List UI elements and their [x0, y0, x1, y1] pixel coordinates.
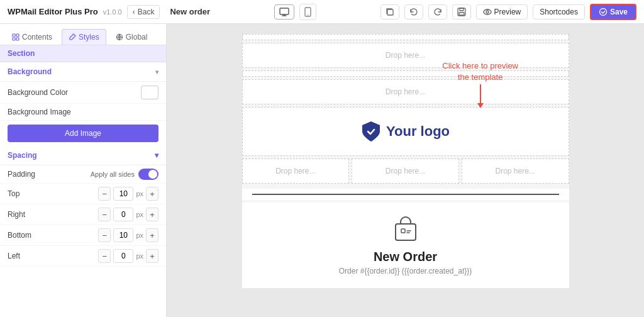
bottom-spacing-row: Bottom − px +: [0, 225, 166, 246]
desktop-view-button[interactable]: [274, 4, 294, 19]
svg-point-2: [307, 14, 308, 16]
padding-label: Padding: [8, 170, 39, 179]
svg-rect-13: [16, 38, 19, 40]
top-unit: px: [136, 190, 143, 197]
right-decrement-button[interactable]: −: [98, 208, 111, 221]
desktop-icon: [279, 8, 289, 16]
eye-icon: [483, 9, 492, 15]
save-icon: [599, 8, 608, 16]
drop-row-3[interactable]: [242, 70, 569, 77]
background-color-swatch[interactable]: [141, 86, 158, 99]
copy-icon: [386, 8, 394, 16]
logo-row[interactable]: Your logo: [242, 107, 569, 156]
background-color-row: Background Color: [0, 82, 166, 104]
app-version: v1.0.0: [103, 8, 122, 16]
drop-row-4[interactable]: Drop here...: [242, 79, 569, 104]
shortcodes-button[interactable]: Shortcodes: [533, 4, 585, 19]
top-bar-right: Preview Shortcodes Save: [380, 4, 636, 20]
svg-point-9: [599, 8, 606, 15]
drop-label-col-1: Drop here...: [275, 167, 315, 175]
redo-button[interactable]: [428, 4, 447, 19]
grid-icon: [12, 33, 19, 41]
save-copy-button[interactable]: [452, 4, 471, 19]
canvas-area: Click here to previewthe template Drop h…: [167, 24, 644, 317]
email-canvas: Drop here... Drop here... Your logo Drop: [242, 34, 569, 288]
spacing-group-header[interactable]: Spacing ▾: [0, 146, 166, 165]
tab-styles[interactable]: Styles: [62, 29, 106, 45]
top-decrement-button[interactable]: −: [98, 187, 111, 201]
background-color-label: Background Color: [8, 88, 68, 97]
svg-point-8: [486, 11, 489, 13]
logo-shield-icon: [361, 120, 381, 143]
drop-col-2[interactable]: Drop here...: [352, 158, 459, 184]
bottom-label: Bottom: [8, 231, 39, 240]
background-group: Background ▾ Background Color Background…: [0, 62, 166, 146]
drop-col-1[interactable]: Drop here...: [242, 158, 350, 184]
top-bar-center: [274, 4, 316, 20]
tab-global-label: Global: [126, 33, 148, 42]
tab-styles-label: Styles: [79, 33, 99, 42]
apply-all-label: Apply all sides: [91, 170, 135, 178]
undo-button[interactable]: [404, 4, 423, 19]
drop-row-1[interactable]: [242, 34, 569, 40]
order-title: New Order: [255, 250, 557, 264]
bottom-spacing-controls: − px +: [98, 228, 158, 242]
background-group-header[interactable]: Background ▾: [0, 62, 166, 82]
right-increment-button[interactable]: +: [146, 208, 158, 221]
tabs: Contents Styles Global: [0, 24, 166, 45]
top-label: Top: [8, 189, 39, 198]
tab-global[interactable]: Global: [109, 29, 155, 45]
top-value-input[interactable]: [113, 187, 133, 201]
apply-all-toggle[interactable]: [138, 169, 158, 180]
preview-button[interactable]: Preview: [476, 4, 528, 19]
drop-col-3[interactable]: Drop here...: [462, 158, 569, 184]
tab-contents-label: Contents: [22, 33, 52, 42]
mobile-view-button[interactable]: [299, 4, 316, 20]
left-increment-button[interactable]: +: [146, 249, 158, 263]
background-label: Background: [8, 67, 52, 76]
background-image-row: Background Image: [0, 104, 166, 121]
divider-row: [242, 189, 569, 200]
svg-rect-15: [396, 224, 416, 240]
right-value-input[interactable]: [113, 208, 133, 221]
background-image-label: Background Image: [8, 108, 71, 116]
back-chevron-icon: ‹: [133, 8, 135, 16]
save-button[interactable]: Save: [590, 4, 636, 20]
spacing-chevron-icon: ▾: [155, 151, 158, 160]
top-spacing-row: Top − px +: [0, 184, 166, 204]
left-decrement-button[interactable]: −: [98, 249, 111, 263]
order-icon: [255, 215, 557, 245]
section-header: Section: [0, 45, 166, 62]
bottom-unit: px: [136, 231, 143, 239]
top-bar-left: WPMail Editor Plus Pro v1.0.0 ‹ Back New…: [8, 5, 210, 19]
svg-rect-0: [280, 8, 289, 14]
drop-label-2: Drop here...: [386, 51, 425, 60]
svg-rect-12: [13, 38, 15, 40]
logo-text: Your logo: [386, 123, 450, 140]
left-unit: px: [136, 252, 143, 260]
top-increment-button[interactable]: +: [146, 187, 158, 201]
svg-rect-6: [459, 13, 464, 15]
svg-rect-16: [401, 229, 405, 233]
left-panel: Contents Styles Global Section Backgroun…: [0, 24, 167, 317]
bottom-value-input[interactable]: [113, 228, 133, 242]
top-spacing-controls: − px +: [98, 187, 158, 201]
background-chevron-icon: ▾: [155, 69, 158, 75]
back-button[interactable]: ‹ Back: [127, 5, 160, 19]
spacing-label: Spacing: [8, 151, 37, 160]
page-title: New order: [170, 7, 210, 16]
divider-line: [252, 194, 559, 195]
bottom-decrement-button[interactable]: −: [98, 228, 111, 242]
app-title: WPMail Editor Plus Pro: [8, 7, 98, 16]
shopping-bag-icon: [392, 215, 419, 243]
top-bar: WPMail Editor Plus Pro v1.0.0 ‹ Back New…: [0, 0, 644, 24]
tab-contents[interactable]: Contents: [5, 29, 59, 45]
bottom-increment-button[interactable]: +: [146, 228, 158, 242]
save-copy-icon: [457, 8, 466, 16]
left-value-input[interactable]: [113, 249, 133, 263]
left-label: Left: [8, 252, 39, 260]
drop-row-2[interactable]: Drop here...: [242, 43, 569, 68]
copy-button[interactable]: [380, 4, 399, 19]
add-image-button[interactable]: Add Image: [8, 125, 158, 142]
svg-rect-3: [387, 9, 393, 15]
